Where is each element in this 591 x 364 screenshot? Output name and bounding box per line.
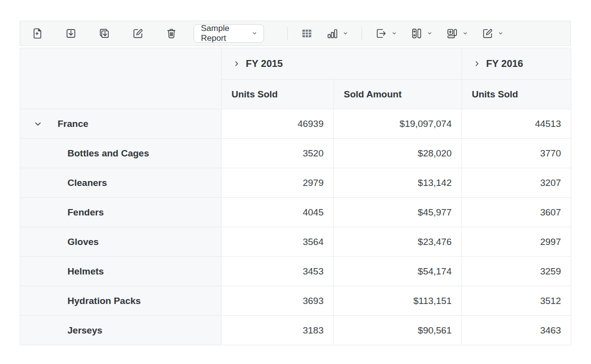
value-cell[interactable]: 3207 (462, 168, 571, 198)
measure-header[interactable]: Units Sold (222, 80, 334, 109)
corner-cell (20, 48, 222, 109)
row-label-cell[interactable]: Bottles and Cages (20, 139, 222, 168)
new-report-icon (31, 27, 44, 40)
chevron-down-icon (391, 30, 397, 36)
row-label-cell[interactable]: Gloves (20, 227, 222, 257)
edit-report-button[interactable] (131, 27, 144, 40)
report-actions-group (31, 27, 178, 40)
row-label: Cleaners (67, 178, 107, 188)
delete-report-button[interactable] (165, 27, 178, 40)
fields-icon (410, 27, 423, 40)
open-report-button[interactable] (65, 27, 77, 40)
chevron-down-icon (497, 30, 504, 36)
measure-header-label: Sold Amount (344, 89, 402, 100)
value-cell[interactable]: $54,174 (334, 257, 462, 286)
charts-button[interactable] (326, 27, 349, 40)
value-cell[interactable]: 3512 (462, 286, 571, 316)
row-label-cell[interactable]: Jerseys (20, 316, 222, 345)
expand-column-icon[interactable] (473, 60, 481, 67)
save-report-button[interactable] (98, 27, 111, 40)
row-label: Gloves (67, 237, 98, 247)
value-cell[interactable]: 3693 (222, 286, 334, 316)
report-selector[interactable]: Sample Report (194, 24, 264, 43)
chevron-down-icon (251, 30, 258, 37)
measure-header[interactable]: Sold Amount (334, 80, 462, 109)
new-report-button[interactable] (31, 27, 44, 40)
row-label: Jerseys (67, 325, 102, 336)
row-label: Bottles and Cages (67, 148, 149, 159)
collapse-row-icon (33, 120, 42, 128)
fields-button[interactable] (410, 27, 433, 40)
toolbar-divider (361, 27, 362, 40)
delete-report-icon (165, 27, 178, 40)
value-cell[interactable]: 4045 (222, 198, 334, 227)
pivot-application: Sample Report FY 2015 FY 2016 Units Sold… (20, 21, 571, 345)
measure-header-label: Units Sold (472, 89, 518, 100)
export-button[interactable] (375, 27, 397, 40)
grid-view-icon (300, 27, 313, 40)
report-selector-value: Sample Report (201, 24, 251, 43)
value-cell[interactable]: $19,097,074 (334, 109, 462, 139)
value-cell[interactable]: $113,151 (334, 286, 462, 316)
expand-column-icon[interactable] (233, 60, 240, 67)
value-cell[interactable]: 3259 (462, 257, 571, 286)
open-report-icon (65, 27, 77, 40)
value-cell[interactable]: $45,977 (334, 198, 462, 227)
grid-view-button[interactable] (300, 27, 313, 40)
value-cell[interactable]: $23,476 (334, 227, 462, 257)
value-cell[interactable]: 46939 (222, 109, 334, 139)
toolbar: Sample Report (20, 21, 571, 46)
column-group-fy2015[interactable]: FY 2015 (222, 48, 462, 80)
view-actions-group (287, 27, 504, 40)
options-button[interactable] (446, 27, 468, 40)
value-cell[interactable]: $13,142 (334, 168, 462, 198)
value-cell[interactable]: 3453 (222, 257, 334, 286)
row-label-cell[interactable]: Fenders (20, 198, 222, 227)
edit-report-icon (131, 27, 144, 40)
row-label-cell[interactable]: Cleaners (20, 168, 222, 198)
value-cell[interactable]: 3183 (222, 316, 334, 345)
value-cell[interactable]: 3463 (462, 316, 571, 345)
row-label: Helmets (67, 266, 104, 277)
value-cell[interactable]: 2997 (462, 227, 571, 257)
chevron-down-icon (342, 30, 349, 36)
chevron-down-icon (462, 30, 468, 36)
column-group-label: FY 2016 (486, 58, 523, 69)
pivot-table: FY 2015 FY 2016 Units Sold Sold Amount U… (20, 48, 571, 345)
value-cell[interactable]: $28,020 (334, 139, 462, 168)
options-icon (446, 27, 459, 40)
toolbar-divider (287, 27, 288, 40)
value-cell[interactable]: 3607 (462, 198, 571, 227)
column-group-label: FY 2015 (246, 58, 283, 69)
row-label-cell[interactable]: France (20, 109, 222, 139)
measure-header[interactable]: Units Sold (462, 80, 571, 109)
format-icon (481, 27, 494, 40)
save-report-icon (98, 27, 111, 40)
column-group-fy2016[interactable]: FY 2016 (462, 48, 571, 80)
charts-icon (326, 27, 339, 40)
value-cell[interactable]: 3770 (462, 139, 571, 168)
value-cell[interactable]: 3564 (222, 227, 334, 257)
export-icon (375, 27, 388, 40)
row-label: France (58, 119, 88, 129)
row-label-cell[interactable]: Helmets (20, 257, 222, 286)
value-cell[interactable]: 3520 (222, 139, 334, 168)
measure-header-label: Units Sold (231, 89, 278, 100)
chevron-down-icon (427, 30, 433, 36)
value-cell[interactable]: 44513 (462, 109, 571, 139)
format-button[interactable] (481, 27, 504, 40)
row-label: Hydration Packs (67, 296, 141, 306)
value-cell[interactable]: 2979 (222, 168, 334, 198)
value-cell[interactable]: $90,561 (334, 316, 462, 345)
row-label-cell[interactable]: Hydration Packs (20, 286, 222, 316)
row-label: Fenders (67, 207, 104, 218)
